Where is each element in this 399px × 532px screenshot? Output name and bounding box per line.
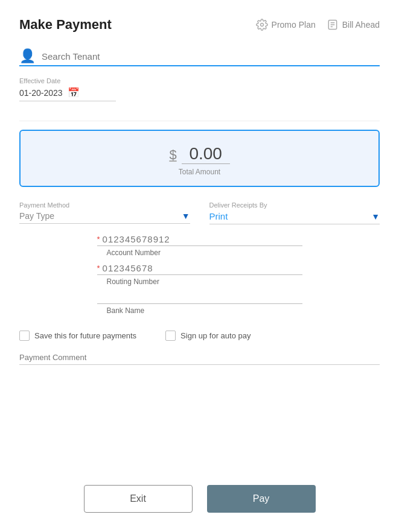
deliver-receipts-value: Print (209, 211, 372, 221)
bill-ahead-button[interactable]: Bill Ahead (327, 19, 380, 31)
deliver-receipts-select[interactable]: Print ▼ (209, 211, 380, 224)
payment-method-select[interactable]: Pay Type ▼ (19, 211, 190, 224)
effective-date-value: 01-20-2023 (19, 88, 63, 98)
routing-number-label: Routing Number (97, 277, 159, 286)
effective-date-row: 01-20-2023 📅 (19, 87, 116, 101)
deliver-receipts-label: Deliver Receipts By (209, 201, 380, 209)
exit-button[interactable]: Exit (84, 485, 193, 513)
account-number-label: Account Number (97, 249, 161, 257)
modal-header: Make Payment Promo Plan Bill Ahead (19, 17, 380, 33)
auto-pay-box[interactable] (165, 331, 176, 341)
pay-type-value: Pay Type (19, 211, 182, 221)
account-number-field: * Account Number (97, 234, 302, 257)
routing-required-star: * (97, 264, 100, 273)
checkbox-row: Save this for future payments Sign up fo… (19, 331, 380, 341)
search-tenant-input[interactable] (42, 51, 380, 62)
account-required-star: * (97, 235, 100, 244)
payment-method-group: Payment Method Pay Type ▼ (19, 201, 190, 224)
effective-date-label: Effective Date (19, 77, 380, 84)
payment-comment-input[interactable] (19, 353, 380, 365)
amount-row: $ 0.00 (169, 144, 229, 164)
account-number-input-row: * (97, 234, 302, 246)
routing-number-input-row: * (97, 263, 302, 275)
modal-title: Make Payment (19, 17, 112, 33)
header-actions: Promo Plan Bill Ahead (256, 19, 380, 31)
amount-value: 0.00 (182, 144, 230, 164)
auto-pay-label: Sign up for auto pay (180, 331, 251, 340)
bank-name-input[interactable] (97, 292, 302, 302)
footer-buttons: Exit Pay (19, 475, 380, 513)
payment-method-label: Payment Method (19, 201, 190, 209)
calendar-icon[interactable]: 📅 (68, 87, 80, 98)
routing-number-field: * Routing Number (97, 263, 302, 286)
bank-name-input-row (97, 292, 302, 304)
bank-name-label: Bank Name (97, 306, 145, 315)
person-icon: 👤 (19, 49, 36, 63)
pay-button[interactable]: Pay (207, 485, 316, 513)
promo-icon (256, 19, 268, 31)
total-amount-box: $ 0.00 Total Amount (19, 130, 380, 187)
pay-type-chevron: ▼ (182, 211, 190, 221)
divider-1 (19, 121, 380, 121)
effective-date-section: Effective Date 01-20-2023 📅 (19, 77, 380, 101)
svg-point-0 (260, 24, 263, 27)
currency-symbol: $ (169, 147, 176, 163)
make-payment-modal: Make Payment Promo Plan Bill Ahead (0, 0, 399, 532)
search-tenant-row: 👤 (19, 49, 380, 66)
total-amount-label: Total Amount (179, 168, 220, 176)
bank-fields: * Account Number * Routing Number Bank N… (19, 234, 380, 321)
routing-number-input[interactable] (103, 263, 302, 273)
promo-plan-label: Promo Plan (272, 20, 316, 30)
payment-comment-section (19, 352, 380, 365)
deliver-receipts-chevron: ▼ (371, 212, 380, 221)
payment-deliver-row: Payment Method Pay Type ▼ Deliver Receip… (19, 201, 380, 224)
save-future-label: Save this for future payments (34, 331, 136, 340)
bill-icon (327, 19, 339, 31)
bank-name-field: Bank Name (97, 292, 302, 315)
save-future-box[interactable] (19, 331, 30, 341)
deliver-receipts-group: Deliver Receipts By Print ▼ (209, 201, 380, 224)
account-number-input[interactable] (103, 234, 302, 244)
save-future-checkbox[interactable]: Save this for future payments (19, 331, 136, 341)
promo-plan-button[interactable]: Promo Plan (256, 19, 316, 31)
auto-pay-checkbox[interactable]: Sign up for auto pay (165, 331, 251, 341)
bill-ahead-label: Bill Ahead (342, 20, 380, 30)
